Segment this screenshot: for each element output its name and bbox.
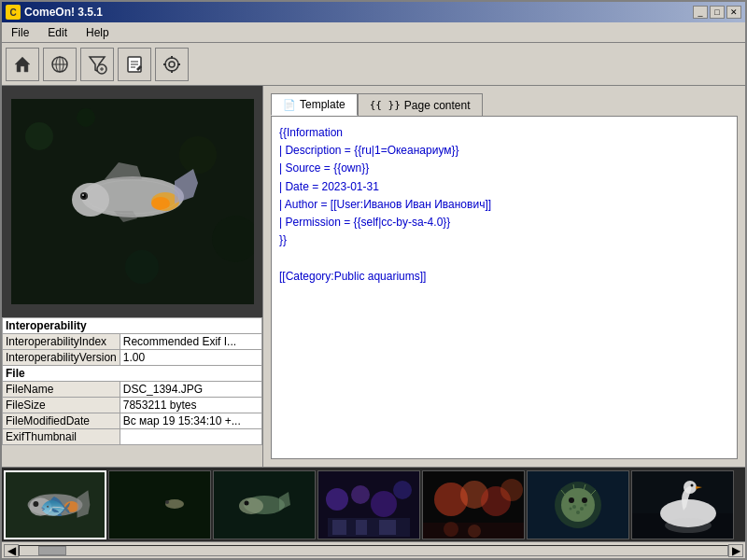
thumb-aquarium-svg [318, 471, 419, 539]
toolbar [2, 43, 745, 86]
svg-point-86 [585, 503, 587, 506]
tab-page-content-label: Page content [404, 99, 471, 112]
svg-point-73 [500, 479, 523, 501]
template-line-4: | Date = 2023-01-31 [279, 178, 729, 196]
metadata-value: 1.00 [120, 350, 261, 366]
thumb-fish-svg-1 [6, 471, 105, 539]
menubar: File Edit Help [2, 22, 745, 43]
svg-point-97 [665, 518, 712, 533]
svg-point-96 [691, 483, 694, 486]
home-icon [12, 54, 33, 75]
svg-point-55 [245, 500, 249, 505]
scroll-track[interactable] [19, 545, 728, 556]
bottom-scrollbar[interactable]: ◀ ▶ [2, 541, 745, 558]
edit-icon [124, 54, 145, 75]
thumb-lights-svg [423, 471, 524, 539]
section-header-interoperability: Interoperability [3, 318, 262, 334]
close-button[interactable]: ✕ [726, 6, 741, 19]
maximize-button[interactable]: □ [710, 6, 725, 19]
svg-point-61 [326, 488, 348, 511]
toolbar-filter-button[interactable] [80, 48, 114, 81]
tabs: 📄 Template {{ }} Page content [271, 93, 738, 116]
metadata-value: 7853211 bytes [120, 398, 261, 413]
thumbnail-strip [2, 467, 745, 541]
filter-icon [87, 54, 107, 75]
menu-help[interactable]: Help [80, 24, 115, 41]
svg-point-81 [582, 497, 587, 503]
thumb-plants-svg [109, 471, 210, 539]
metadata-scroll[interactable]: Interoperability InteroperabilityIndex R… [2, 317, 262, 445]
svg-point-94 [684, 481, 697, 494]
thumbnail-7[interactable] [631, 470, 734, 539]
toolbar-globe-button[interactable] [43, 48, 77, 81]
thumbnail-3[interactable] [213, 470, 316, 539]
svg-point-39 [30, 497, 52, 516]
metadata-row: FileName DSC_1394.JPG [3, 382, 262, 398]
thumbnail-1[interactable] [4, 470, 106, 539]
svg-point-84 [576, 511, 580, 514]
toolbar-home-button[interactable] [6, 48, 39, 81]
section-header-file: File [3, 366, 262, 382]
toolbar-settings-button[interactable] [155, 48, 189, 81]
menu-file[interactable]: File [6, 24, 35, 41]
metadata-value: Вс мар 19 15:34:10 +... [120, 413, 261, 429]
metadata-row: InteroperabilityVersion 1.00 [3, 350, 262, 366]
minimize-button[interactable]: _ [693, 6, 708, 19]
thumbnail-6[interactable] [527, 470, 629, 539]
main-window: C ComeOn! 3.5.1 _ □ ✕ File Edit Help [0, 0, 747, 560]
template-line-7: }} [279, 231, 729, 249]
template-line-9: [[Category:Public aquariums]] [279, 268, 729, 286]
thumbnail-4[interactable] [317, 470, 420, 539]
titlebar: C ComeOn! 3.5.1 _ □ ✕ [2, 2, 745, 22]
template-line-1: {{Information [279, 124, 729, 142]
metadata-row: ExifThumbnail [3, 429, 262, 445]
thumb-swan-svg [632, 471, 733, 539]
left-panel: Interoperability InteroperabilityIndex R… [2, 86, 263, 467]
tab-page-content-icon: {{ }} [370, 99, 401, 111]
tab-template[interactable]: 📄 Template [271, 93, 358, 116]
app-icon: C [6, 5, 21, 20]
svg-point-64 [393, 481, 412, 499]
tab-template-label: Template [300, 98, 345, 111]
scroll-left-button[interactable]: ◀ [4, 544, 19, 557]
svg-point-27 [72, 183, 109, 217]
tab-template-icon: 📄 [283, 99, 296, 111]
template-line-6: | Permission = {{self|cc-by-sa-4.0}} [279, 214, 729, 231]
scroll-right-button[interactable]: ▶ [728, 544, 743, 557]
scroll-thumb[interactable] [38, 546, 66, 555]
svg-point-41 [64, 501, 79, 512]
window-controls: _ □ ✕ [693, 6, 741, 19]
svg-point-21 [25, 122, 53, 150]
thumbnail-2[interactable] [108, 470, 211, 539]
tab-page-content[interactable]: {{ }} Page content [358, 93, 483, 116]
svg-point-54 [239, 497, 263, 514]
svg-marker-0 [15, 57, 30, 72]
fish-svg [11, 99, 254, 304]
svg-point-63 [371, 491, 397, 517]
svg-point-76 [468, 525, 481, 538]
globe-icon [49, 54, 70, 75]
menu-edit[interactable]: Edit [42, 24, 73, 41]
svg-point-14 [165, 58, 178, 71]
metadata-value: DSC_1394.JPG [120, 382, 261, 398]
thumbnail-5[interactable] [422, 470, 525, 539]
metadata-row: FileSize 7853211 bytes [3, 398, 262, 413]
svg-point-62 [351, 485, 370, 504]
svg-rect-68 [379, 520, 396, 535]
svg-rect-44 [109, 471, 210, 539]
template-line-3: | Source = {{own}} [279, 160, 729, 177]
metadata-key: InteroperabilityIndex [3, 334, 120, 350]
svg-point-25 [125, 250, 159, 284]
metadata-row: FileModifiedDate Вс мар 19 15:34:10 +... [3, 413, 262, 429]
svg-rect-67 [356, 520, 367, 535]
metadata-row: InteroperabilityIndex Recommended Exif I… [3, 334, 262, 350]
metadata-key: InteroperabilityVersion [3, 350, 120, 366]
template-content[interactable]: {{Information | Description = {{ru|1=Оке… [271, 116, 738, 459]
toolbar-edit-button[interactable] [118, 48, 151, 81]
template-line-2: | Description = {{ru|1=Океанариум}} [279, 142, 729, 160]
metadata-key: FileName [3, 382, 120, 398]
svg-point-40 [33, 501, 38, 507]
svg-point-80 [569, 497, 574, 503]
metadata-value: Recommended Exif I... [120, 334, 261, 350]
template-line-5: | Author = [[User:Иванов Иван Иванович]] [279, 196, 729, 214]
